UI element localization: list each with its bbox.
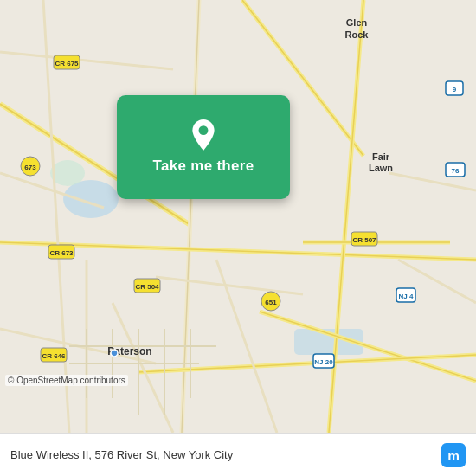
take-me-there-card[interactable]: Take me there (117, 95, 290, 199)
svg-point-1 (63, 180, 119, 218)
svg-text:m: m (447, 447, 460, 462)
svg-text:Fair: Fair (372, 151, 390, 162)
svg-text:CR 507: CR 507 (352, 236, 376, 244)
svg-text:673: 673 (24, 164, 36, 171)
svg-text:CR 675: CR 675 (55, 60, 79, 68)
location-pin-icon (188, 119, 219, 151)
svg-text:NJ 20: NJ 20 (314, 358, 333, 366)
svg-text:Lawn: Lawn (369, 163, 393, 173)
bottom-bar: Blue Wireless II, 576 River St, New York… (0, 433, 476, 476)
moovit-logo: m (441, 443, 466, 467)
svg-text:Glen: Glen (346, 17, 368, 28)
address-text: Blue Wireless II, 576 River St, New York… (10, 448, 434, 461)
svg-text:CR 504: CR 504 (135, 283, 159, 291)
svg-text:Rock: Rock (345, 29, 370, 40)
svg-text:CR 673: CR 673 (49, 249, 74, 257)
map-container: CR 675 673 CR 673 CR 504 651 CR 646 NJ 2… (0, 0, 476, 433)
svg-text:9: 9 (453, 86, 457, 93)
svg-text:CR 646: CR 646 (42, 352, 66, 360)
osm-credit: © OpenStreetMap contributors (5, 375, 128, 386)
svg-point-64 (111, 350, 118, 357)
svg-text:651: 651 (265, 299, 277, 306)
svg-point-65 (199, 125, 209, 135)
moovit-logo-icon: m (441, 443, 466, 467)
svg-text:76: 76 (452, 167, 460, 175)
take-me-there-label: Take me there (153, 158, 254, 175)
svg-text:NJ 4: NJ 4 (399, 293, 414, 300)
